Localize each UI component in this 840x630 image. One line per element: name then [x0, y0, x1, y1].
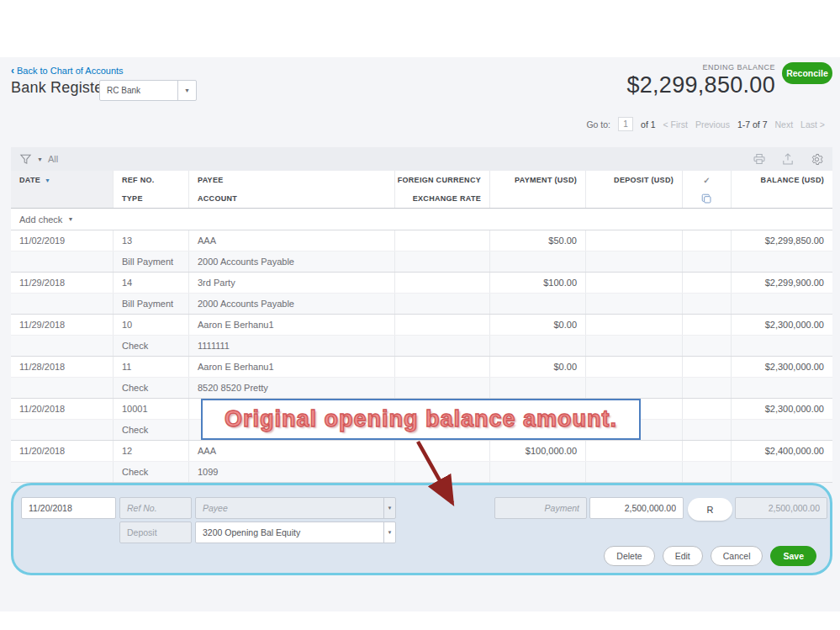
cell-type: Check — [114, 378, 189, 398]
column-header-payee: PAYEE — [189, 171, 395, 189]
print-icon[interactable] — [752, 151, 767, 167]
last-page-link[interactable]: Last > — [800, 119, 825, 130]
cell-payment: $100.00 — [490, 273, 586, 293]
ending-balance-value: $2,299,850.00 — [626, 72, 775, 98]
column-header-balance: BALANCE (USD) — [732, 171, 832, 189]
reconcile-status-button[interactable]: R — [688, 498, 732, 521]
cell-foreign-currency — [395, 315, 490, 335]
cell-type: Check — [114, 336, 189, 356]
cell-payee: 3rd Party — [189, 273, 395, 293]
page-input[interactable]: 1 — [618, 117, 633, 131]
cell-payee: AAA — [189, 230, 395, 251]
cell-payee: Aaron E Berhanu1 — [189, 357, 395, 377]
bank-register-page: ‹Back to Chart of Accounts Bank Register… — [0, 0, 840, 630]
cell-deposit — [586, 230, 683, 251]
column-header-exchange-rate: EXCHANGE RATE — [395, 189, 490, 208]
cell-account: 2000 Accounts Payable — [189, 294, 395, 314]
settings-gear-icon[interactable] — [809, 151, 824, 167]
cell-date: 11/20/2018 — [11, 399, 114, 419]
chevron-down-icon: ▼ — [177, 81, 196, 100]
edit-deposit-amount-input[interactable] — [589, 497, 684, 519]
ending-balance-label: ENDING BALANCE — [702, 63, 775, 71]
cell-account: 1099 — [189, 462, 395, 482]
annotation-text: Original opening balance amount. — [225, 406, 617, 432]
cell-type: Bill Payment — [114, 294, 189, 314]
cell-payment: $50.00 — [490, 230, 586, 251]
edit-account-dropdown[interactable]: 3200 Opening Bal Equity ▼ — [195, 521, 396, 543]
annotation-box: Original opening balance amount. — [201, 399, 641, 440]
cell-reconcile-status — [683, 230, 732, 251]
delete-button[interactable]: Delete — [604, 546, 654, 566]
chevron-left-icon: ‹ — [11, 65, 14, 77]
filter-dropdown[interactable]: ▼ All — [19, 153, 58, 166]
cell-reconcile-status — [683, 273, 732, 293]
column-header-reconciled: ✓ — [683, 171, 732, 189]
cell-ref-no: 10001 — [114, 399, 189, 419]
edit-payee-placeholder: Payee — [196, 503, 383, 513]
edit-ref-no-input[interactable] — [119, 497, 192, 519]
edit-account-value: 3200 Opening Bal Equity — [196, 527, 383, 537]
edit-payee-dropdown[interactable]: Payee ▼ — [195, 497, 396, 519]
cell-reconcile-status — [683, 441, 732, 461]
funnel-icon — [19, 153, 32, 166]
cell-account: 8520 8520 Pretty — [189, 378, 395, 398]
table-row[interactable]: 11/28/201811Aaron E Berhanu1$0.00$2,300,… — [11, 357, 832, 399]
transaction-edit-panel: Payee ▼ R 3200 Opening Bal Equity ▼ Dele… — [11, 483, 832, 575]
page-of-label: of 1 — [641, 119, 656, 130]
cell-payee: AAA — [189, 441, 395, 461]
cell-payee: Aaron E Berhanu1 — [189, 315, 395, 335]
edit-payment-input[interactable] — [494, 497, 587, 519]
column-header-type: TYPE — [114, 189, 189, 208]
edit-button[interactable]: Edit — [663, 546, 703, 566]
cell-balance: $2,300,000.00 — [732, 357, 832, 377]
filter-toolbar: ▼ All — [11, 147, 832, 171]
batch-copy-icon[interactable] — [683, 189, 732, 208]
export-icon[interactable] — [780, 151, 795, 167]
cancel-button[interactable]: Cancel — [711, 546, 763, 566]
first-page-link[interactable]: < First — [663, 119, 688, 130]
edit-type-field — [119, 521, 192, 543]
account-selector-value: RC Bank — [100, 86, 177, 95]
column-header-date[interactable]: DATE▼ — [11, 171, 114, 189]
cell-date: 11/29/2018 — [11, 315, 114, 335]
cell-reconcile-status — [683, 357, 732, 377]
next-page-link[interactable]: Next — [775, 119, 794, 130]
chevron-down-icon: ▼ — [37, 156, 43, 162]
table-row[interactable]: 11/20/201812AAA$100,000.00$2,400,000.00C… — [11, 441, 832, 483]
cell-balance: $2,300,000.00 — [732, 315, 832, 335]
cell-deposit — [586, 441, 683, 461]
cell-payment: $100,000.00 — [490, 441, 586, 461]
cell-date: 11/28/2018 — [11, 357, 114, 377]
cell-balance: $2,299,850.00 — [732, 230, 832, 251]
cell-ref-no: 14 — [114, 273, 189, 293]
table-header: DATE▼ REF NO. PAYEE FOREIGN CURRENCY PAY… — [11, 171, 832, 209]
cell-balance: $2,400,000.00 — [732, 441, 832, 461]
goto-label: Go to: — [586, 119, 610, 130]
table-row[interactable]: 11/29/201810Aaron E Berhanu1$0.00$2,300,… — [11, 315, 832, 357]
cell-deposit — [586, 273, 683, 293]
column-header-payment: PAYMENT (USD) — [490, 171, 586, 189]
save-button[interactable]: Save — [770, 546, 816, 566]
add-check-dropdown[interactable]: Add check ▼ — [11, 209, 832, 230]
back-to-chart-of-accounts-link[interactable]: ‹Back to Chart of Accounts — [11, 65, 124, 77]
column-header-deposit: DEPOSIT (USD) — [586, 171, 683, 189]
previous-page-link[interactable]: Previous — [695, 119, 730, 130]
account-selector[interactable]: RC Bank ▼ — [99, 80, 197, 101]
cell-date: 11/29/2018 — [11, 273, 114, 293]
cell-balance: $2,299,900.00 — [732, 273, 832, 293]
row-range-label: 1-7 of 7 — [737, 119, 768, 130]
cell-ref-no: 10 — [114, 315, 189, 335]
edit-date-input[interactable] — [21, 497, 116, 519]
cell-type: Bill Payment — [114, 251, 189, 272]
reconcile-button[interactable]: Reconcile — [782, 62, 832, 84]
column-header-foreign-currency: FOREIGN CURRENCY — [395, 171, 490, 189]
sort-descending-icon: ▼ — [45, 177, 50, 183]
cell-deposit — [586, 315, 683, 335]
chevron-down-icon: ▼ — [383, 498, 395, 518]
cell-ref-no: 11 — [114, 357, 189, 377]
table-row[interactable]: 11/02/201913AAA$50.00$2,299,850.00Bill P… — [11, 230, 832, 273]
cell-balance: $2,300,000.00 — [732, 399, 832, 419]
chevron-down-icon: ▼ — [67, 216, 73, 222]
table-row[interactable]: 11/29/2018143rd Party$100.00$2,299,900.0… — [11, 273, 832, 315]
page-title: Bank Register — [11, 79, 108, 97]
